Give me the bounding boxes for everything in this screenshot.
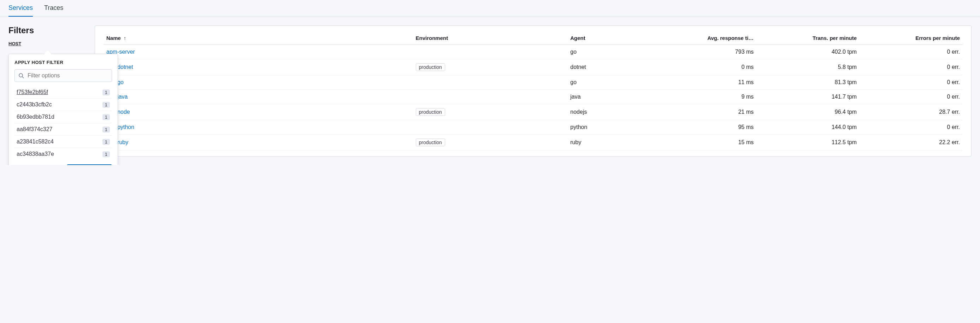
cell-errors: 28.7 err. xyxy=(859,104,963,120)
cell-response-time: 793 ms xyxy=(653,45,756,59)
filter-option-label: c2443b3cfb2c xyxy=(17,102,52,108)
svg-point-0 xyxy=(19,73,22,77)
apply-options-button[interactable]: Apply options xyxy=(67,164,112,165)
cell-response-time: 95 ms xyxy=(653,120,756,135)
filters-heading: Filters xyxy=(8,25,86,35)
cell-tpm: 402.0 tpm xyxy=(756,45,859,59)
cell-errors: 22.2 err. xyxy=(859,135,963,151)
cell-agent: python xyxy=(567,120,653,135)
col-header-response-time[interactable]: Avg. response ti… xyxy=(653,32,756,45)
filter-option-count: 1 xyxy=(102,89,110,95)
services-panel: Name ↑ Environment Agent Avg. response t… xyxy=(95,25,972,156)
cell-errors: 0 err. xyxy=(859,120,963,135)
filter-option[interactable]: a23841c582c4 1 xyxy=(14,136,112,148)
cell-response-time: 15 ms xyxy=(653,135,756,151)
filter-option-label: aa84f374c327 xyxy=(17,126,52,132)
filter-option-count: 1 xyxy=(102,127,110,132)
cell-agent: go xyxy=(567,45,653,59)
svg-line-1 xyxy=(22,77,24,78)
col-header-name[interactable]: Name ↑ xyxy=(103,32,413,45)
cell-environment xyxy=(413,90,568,104)
popover-title: APPLY HOST FILTER xyxy=(14,60,112,65)
environment-badge: production xyxy=(416,63,445,71)
environment-badge: production xyxy=(416,138,445,146)
cell-environment: production xyxy=(413,104,568,120)
table-row: ans-rubyproductionruby15 ms112.5 tpm22.2… xyxy=(103,135,963,151)
filter-option-label: a23841c582c4 xyxy=(17,138,54,145)
cell-agent: nodejs xyxy=(567,104,653,120)
filter-option-count: 1 xyxy=(102,139,110,145)
cell-environment: production xyxy=(413,59,568,75)
cell-response-time: 11 ms xyxy=(653,75,756,90)
tab-services[interactable]: Services xyxy=(8,0,33,17)
tab-traces[interactable]: Traces xyxy=(44,0,63,17)
table-row: ans-pythonpython95 ms144.0 tpm0 err. xyxy=(103,120,963,135)
cell-agent: dotnet xyxy=(567,59,653,75)
filter-option-count: 1 xyxy=(102,102,110,108)
cell-errors: 0 err. xyxy=(859,75,963,90)
cell-tpm: 144.0 tpm xyxy=(756,120,859,135)
sort-asc-icon: ↑ xyxy=(124,35,126,41)
col-header-agent[interactable]: Agent xyxy=(567,32,653,45)
filter-option[interactable]: f753fe2bf65f 1 xyxy=(14,86,112,99)
cell-response-time: 21 ms xyxy=(653,104,756,120)
col-header-name-label: Name xyxy=(107,35,121,41)
filter-option[interactable]: 6b93edbb781d 1 xyxy=(14,111,112,123)
filter-option[interactable]: aa84f374c327 1 xyxy=(14,123,112,136)
cell-agent: java xyxy=(567,90,653,104)
cell-response-time: 0 ms xyxy=(653,59,756,75)
cell-errors: 0 err. xyxy=(859,90,963,104)
col-header-tpm[interactable]: Trans. per minute xyxy=(756,32,859,45)
table-row: apm-servergo793 ms402.0 tpm0 err. xyxy=(103,45,963,59)
cell-environment: production xyxy=(413,135,568,151)
table-row: ans-nodeproductionnodejs21 ms96.4 tpm28.… xyxy=(103,104,963,120)
filter-host-toggle[interactable]: HOST xyxy=(8,41,86,46)
tabs-bar: Services Traces xyxy=(0,0,980,17)
col-header-errors[interactable]: Errors per minute xyxy=(859,32,963,45)
cell-tpm: 81.3 tpm xyxy=(756,75,859,90)
cell-environment xyxy=(413,120,568,135)
filter-options-list: f753fe2bf65f 1 c2443b3cfb2c 1 6b93edbb78… xyxy=(14,86,112,160)
cell-environment xyxy=(413,45,568,59)
col-header-environment[interactable]: Environment xyxy=(413,32,568,45)
filter-option-count: 1 xyxy=(102,114,110,120)
cell-tpm: 5.8 tpm xyxy=(756,59,859,75)
filters-sidebar: Filters HOST APPLY HOST FILTER f753fe2bf… xyxy=(8,25,86,46)
cell-tpm: 141.7 tpm xyxy=(756,90,859,104)
table-row: ans-gogo11 ms81.3 tpm0 err. xyxy=(103,75,963,90)
cell-tpm: 112.5 tpm xyxy=(756,135,859,151)
filter-option[interactable]: c2443b3cfb2c 1 xyxy=(14,99,112,111)
cell-errors: 0 err. xyxy=(859,45,963,59)
cell-agent: ruby xyxy=(567,135,653,151)
environment-badge: production xyxy=(416,108,445,116)
filter-option-label: f753fe2bf65f xyxy=(17,89,48,95)
services-table: Name ↑ Environment Agent Avg. response t… xyxy=(103,32,963,151)
host-filter-popover: APPLY HOST FILTER f753fe2bf65f 1 c2443b3… xyxy=(8,54,118,165)
cell-environment xyxy=(413,75,568,90)
filter-options-input[interactable] xyxy=(27,72,108,79)
cell-errors: 0 err. xyxy=(859,59,963,75)
cell-response-time: 9 ms xyxy=(653,90,756,104)
filter-input-wrap xyxy=(14,69,112,82)
filter-option-label: ac34838aa37e xyxy=(17,151,54,157)
cell-tpm: 96.4 tpm xyxy=(756,104,859,120)
table-row: ans-dotnetproductiondotnet0 ms5.8 tpm0 e… xyxy=(103,59,963,75)
filter-option[interactable]: ac34838aa37e 1 xyxy=(14,148,112,160)
filter-option-count: 1 xyxy=(102,151,110,157)
table-row: ans-javajava9 ms141.7 tpm0 err. xyxy=(103,90,963,104)
cell-agent: go xyxy=(567,75,653,90)
search-icon xyxy=(18,73,24,78)
filter-option-label: 6b93edbb781d xyxy=(17,114,54,120)
